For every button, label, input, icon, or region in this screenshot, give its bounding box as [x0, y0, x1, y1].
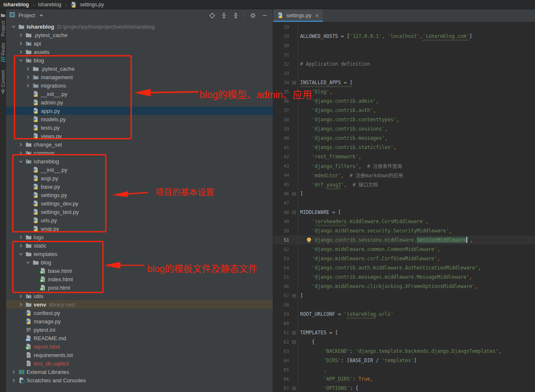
chevron-collapsed-icon[interactable] — [18, 243, 23, 248]
breadcrumb-item-settings-py[interactable]: settings.py — [80, 2, 104, 8]
code-line-40[interactable]: 40 'django.contrib.messages', — [273, 133, 535, 143]
line-number[interactable]: 58 — [273, 302, 289, 308]
breadcrumb-item-ishareblog[interactable]: ishareblog — [3, 2, 29, 8]
line-number[interactable]: 32 — [273, 61, 289, 67]
code-line-49[interactable]: 49 'corsheaders.middleware.CorsMiddlewar… — [273, 217, 535, 226]
code-line-29[interactable]: 29ALLOWED_HOSTS = ['127.0.0.1', 'localho… — [273, 32, 535, 41]
tree-item-Scratches-and-Consoles[interactable]: Scratches and Consoles — [6, 376, 273, 384]
code-line-56[interactable]: 56 'django.middleware.clickjacking.XFram… — [273, 282, 535, 291]
code-line-39[interactable]: 39 'django.contrib.sessions', — [273, 124, 535, 133]
line-number[interactable]: 51 — [273, 237, 289, 243]
code-line-62[interactable]: 62− { — [273, 337, 535, 347]
tree-item-post-html[interactable]: Hpost.html — [6, 283, 273, 292]
line-number[interactable]: 64 — [273, 358, 289, 363]
line-number[interactable]: 42 — [273, 154, 289, 160]
line-number[interactable]: 33 — [273, 71, 289, 76]
chevron-collapsed-icon[interactable] — [18, 142, 23, 147]
line-number[interactable]: 63 — [273, 349, 289, 354]
tree-item-change_set[interactable]: change_set — [6, 140, 273, 149]
chevron-collapsed-icon[interactable] — [11, 369, 16, 374]
chevron-expanded-icon[interactable] — [18, 159, 23, 164]
hide-panel-icon[interactable] — [260, 11, 269, 20]
line-number[interactable]: 61 — [273, 330, 289, 336]
code-line-63[interactable]: 63 'BACKEND': 'django.template.backends.… — [273, 347, 535, 356]
tree-item-index-html[interactable]: Hindex.html — [6, 275, 273, 283]
code-line-55[interactable]: 55 'django.contrib.messages.middleware.M… — [273, 272, 535, 282]
tree-item-venv[interactable]: venvlibrary root — [6, 300, 273, 309]
code-line-60[interactable]: 60 — [273, 319, 535, 328]
line-number[interactable]: 38 — [273, 117, 289, 123]
tree-item-admin-py[interactable]: admin.py — [6, 98, 273, 107]
tool-window-button-redis[interactable]: Redis — [0, 43, 5, 64]
line-number[interactable]: 57 — [273, 293, 289, 299]
line-number[interactable]: 36 — [273, 99, 289, 104]
tree-item-assets[interactable]: assets — [6, 48, 273, 56]
line-number[interactable]: 50 — [273, 228, 289, 234]
locate-file-icon[interactable] — [208, 11, 217, 20]
fold-start-icon[interactable]: − — [292, 387, 296, 390]
tree-item-base-html[interactable]: Hbase.html — [6, 267, 273, 275]
line-number[interactable]: 54 — [273, 265, 289, 271]
fold-start-icon[interactable]: − — [292, 211, 296, 214]
line-number[interactable]: 67 — [273, 386, 289, 391]
tree-item-settings_dev-py[interactable]: settings_dev.py — [6, 199, 273, 208]
code-line-58[interactable]: 58 — [273, 300, 535, 309]
code-line-54[interactable]: 54 'django.contrib.auth.middleware.Authe… — [273, 263, 535, 272]
tree-item-report-html[interactable]: Hreport.html — [6, 342, 273, 351]
tree-item-requirements-txt[interactable]: requirements.txt — [6, 351, 273, 359]
code-line-32[interactable]: 32# Application definition — [273, 59, 535, 69]
line-number[interactable]: 37 — [273, 108, 289, 113]
tree-item--pytest_cache[interactable]: .pytest_cache — [6, 31, 273, 39]
tree-item-api[interactable]: api — [6, 39, 273, 48]
chevron-collapsed-icon[interactable] — [18, 150, 23, 155]
tree-item-tests-py[interactable]: tests.py — [6, 123, 273, 132]
fold-end-icon[interactable]: − — [292, 192, 296, 196]
tree-item-migrations[interactable]: migrations — [6, 81, 273, 90]
line-number[interactable]: 39 — [273, 126, 289, 132]
code-line-44[interactable]: 44 'mdeditor', # 注册markdown的应用 — [273, 171, 535, 180]
tree-item-test_db-sqlite3[interactable]: test_db.sqlite3 — [6, 359, 273, 368]
tree-item-management[interactable]: management — [6, 73, 273, 81]
chevron-expanded-icon[interactable] — [25, 260, 30, 265]
tool-window-button-project[interactable]: Project — [0, 12, 5, 37]
code-line-52[interactable]: 52 'django.middleware.common.CommonMiddl… — [273, 245, 535, 254]
line-number[interactable]: 65 — [273, 367, 289, 373]
chevron-collapsed-icon[interactable] — [25, 83, 30, 88]
tree-item-pytest-ini[interactable]: pytest.ini — [6, 325, 273, 334]
tree-item-settings_test-py[interactable]: settings_test.py — [6, 208, 273, 216]
line-number[interactable]: 46 — [273, 191, 289, 197]
tree-item-common[interactable]: common — [6, 149, 273, 157]
chevron-expanded-icon[interactable] — [11, 24, 16, 29]
line-number[interactable]: 47 — [273, 200, 289, 206]
code-line-45[interactable]: 45 'drf_yasg2', # 接口文档 — [273, 180, 535, 189]
fold-end-icon[interactable]: − — [292, 294, 296, 298]
code-line-38[interactable]: 38 'django.contrib.contenttypes', — [273, 115, 535, 124]
line-number[interactable]: 45 — [273, 182, 289, 187]
fold-start-icon[interactable]: − — [292, 331, 296, 335]
code-line-66[interactable]: 66 'APP_DIRS': True, — [273, 374, 535, 384]
code-line-57[interactable]: 57−] — [273, 291, 535, 300]
chevron-down-icon[interactable] — [39, 14, 43, 17]
code-line-51[interactable]: 51 'django.contrib.sessions.middleware.S… — [273, 235, 535, 245]
chevron-collapsed-icon[interactable] — [18, 235, 23, 240]
tree-item-utils[interactable]: utils — [6, 292, 273, 300]
line-number[interactable]: 53 — [273, 256, 289, 261]
tree-item-ishareblog[interactable]: ishareblogD:\project\pythonproject\work\… — [6, 22, 273, 31]
code-line-41[interactable]: 41 'django.contrib.staticfiles', — [273, 143, 535, 152]
code-line-34[interactable]: 34−INSTALLED_APPS = [ — [273, 78, 535, 87]
tree-item-base-py[interactable]: base.py — [6, 182, 273, 191]
code-line-36[interactable]: 36 'django.contrib.admin', — [273, 96, 535, 106]
chevron-collapsed-icon[interactable] — [18, 41, 23, 46]
code-line-53[interactable]: 53 'django.middleware.csrf.CsrfViewMiddl… — [273, 254, 535, 263]
code-line-50[interactable]: 50 'django.middleware.security.SecurityM… — [273, 226, 535, 235]
line-number[interactable]: 30 — [273, 43, 289, 48]
tree-item--pytest_cache[interactable]: .pytest_cache — [6, 64, 273, 73]
code-line-35[interactable]: 35 'blog', — [273, 87, 535, 96]
line-number[interactable]: 55 — [273, 275, 289, 280]
line-number[interactable]: 28 — [273, 24, 289, 30]
tree-item-urls-py[interactable]: urls.py — [6, 216, 273, 224]
line-number[interactable]: 35 — [273, 89, 289, 95]
tree-item-wsgi-py[interactable]: wsgi.py — [6, 224, 273, 233]
code-line-67[interactable]: 67− 'OPTIONS': { — [273, 384, 535, 392]
code-line-31[interactable]: 31 — [273, 50, 535, 59]
